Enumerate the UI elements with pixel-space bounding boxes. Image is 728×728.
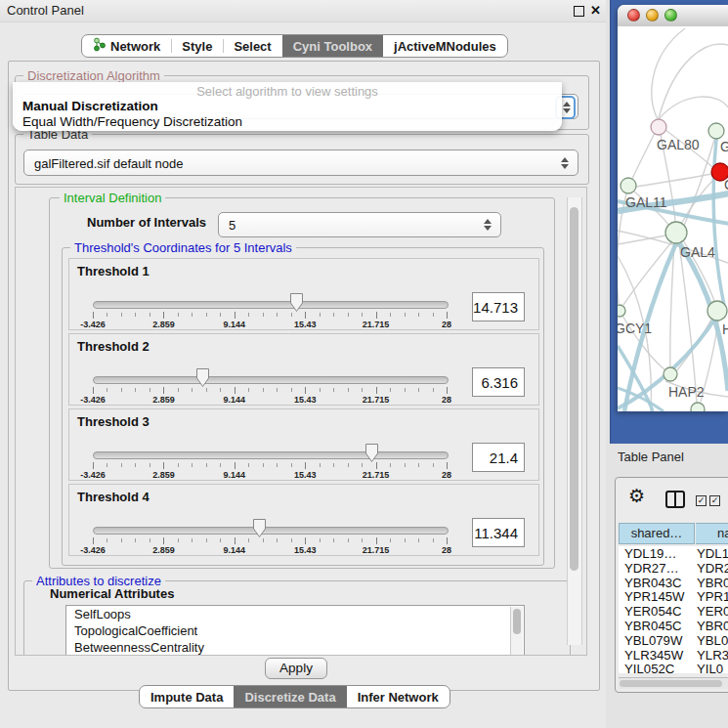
slider-tick bbox=[333, 463, 334, 467]
slider-tick bbox=[107, 313, 107, 317]
combo-value: galFiltered.sif default node bbox=[34, 155, 183, 170]
scrollbar-thumb[interactable] bbox=[513, 609, 521, 634]
float-icon[interactable] bbox=[574, 6, 584, 17]
table-panel-container: ⚙ ✓ ✓ shared… na YDL19…YDL1YDR27…YDR2YBR… bbox=[615, 477, 728, 693]
panel-scrollbar[interactable] bbox=[567, 197, 582, 645]
network-node[interactable] bbox=[707, 301, 727, 321]
table-row[interactable]: YDL19…YDL1 bbox=[619, 546, 728, 561]
slider-tick bbox=[150, 388, 150, 392]
control-panel-titlebar: Control Panel ✕ bbox=[0, 0, 606, 22]
slider-tick bbox=[376, 387, 377, 394]
columns-icon[interactable] bbox=[665, 491, 685, 508]
table-row[interactable]: YDR27…YDR2 bbox=[619, 561, 728, 576]
network-window-titlebar[interactable] bbox=[618, 5, 728, 27]
attribute-item[interactable]: TopologicalCoefficient bbox=[66, 622, 524, 639]
table-rows[interactable]: YDL19…YDL1YDR27…YDR2YBR043CYBR0YPR145WYP… bbox=[619, 546, 728, 673]
slider-tick bbox=[163, 312, 164, 319]
numerical-attributes-list[interactable]: SelfLoopsTopologicalCoefficientBetweenne… bbox=[65, 605, 525, 656]
cell-shared-name: YER054C bbox=[624, 604, 682, 619]
attribute-item[interactable]: SelfLoops bbox=[66, 606, 524, 622]
zoom-traffic-light-icon[interactable] bbox=[664, 9, 677, 21]
slider-track[interactable] bbox=[93, 376, 449, 384]
table-row[interactable]: YIL052CYIL0 bbox=[619, 662, 728, 673]
attribute-item[interactable]: BetweennessCentrality bbox=[66, 639, 524, 656]
close-traffic-light-icon[interactable] bbox=[627, 9, 640, 21]
network-node[interactable] bbox=[708, 123, 724, 139]
network-node[interactable] bbox=[665, 222, 687, 243]
slider-tick-label: 28 bbox=[442, 320, 451, 329]
tab-discretize-data[interactable]: Discretize Data bbox=[234, 686, 346, 707]
cell-shared-name: YBR043C bbox=[624, 576, 682, 590]
bottom-tabbar: Impute Data Discretize Data Infer Networ… bbox=[139, 685, 450, 708]
slider-tick-label: 21.715 bbox=[363, 320, 390, 329]
tab-style[interactable]: Style bbox=[171, 35, 223, 57]
dropdown-item-manual[interactable]: Manual Discretization bbox=[22, 99, 158, 113]
slider-tick bbox=[93, 537, 94, 544]
slider-thumb[interactable] bbox=[290, 293, 303, 312]
network-canvas[interactable]: GAL80GACGAL11GAL4GCY1HHAP2 bbox=[618, 26, 728, 411]
close-icon[interactable]: ✕ bbox=[590, 3, 601, 18]
apply-button[interactable]: Apply bbox=[265, 658, 327, 679]
threshold-label: Threshold 4 bbox=[77, 490, 150, 504]
table-row[interactable]: YLR345WYLR3 bbox=[619, 648, 728, 663]
table-row[interactable]: YBL079WYBL0 bbox=[619, 633, 728, 648]
network-node[interactable] bbox=[621, 178, 636, 193]
group-title: Interval Definition bbox=[60, 191, 165, 205]
network-node[interactable] bbox=[651, 119, 666, 135]
slider-tick bbox=[320, 538, 321, 542]
tab-network[interactable]: Network bbox=[82, 35, 171, 57]
settings-gear-icon[interactable]: ⚙ bbox=[628, 485, 645, 507]
number-of-intervals-combo[interactable]: 5 bbox=[218, 212, 501, 237]
spinner-arrows-icon[interactable] bbox=[484, 218, 492, 232]
threshold-value-field[interactable]: 11.344 bbox=[472, 518, 525, 547]
checkbox-icon[interactable]: ✓ bbox=[709, 495, 720, 506]
cell-name: YLR3 bbox=[697, 648, 728, 663]
network-node[interactable] bbox=[691, 403, 705, 411]
scrollbar-thumb[interactable] bbox=[620, 680, 722, 687]
tab-infer-network[interactable]: Infer Network bbox=[347, 686, 450, 707]
column-header-shared[interactable]: shared… bbox=[619, 523, 695, 544]
slider-track[interactable] bbox=[93, 451, 449, 459]
horizontal-scrollbar[interactable] bbox=[619, 677, 728, 689]
slider-track[interactable] bbox=[93, 527, 449, 535]
slider-tick bbox=[206, 463, 207, 467]
threshold-value-field[interactable]: 14.713 bbox=[472, 292, 525, 321]
slider-thumb[interactable] bbox=[253, 519, 266, 537]
network-canvas-svg: GAL80GACGAL11GAL4GCY1HHAP2 bbox=[618, 26, 728, 411]
table-row[interactable]: YBR045CYBR0 bbox=[619, 619, 728, 633]
threshold-value-field[interactable]: 21.4 bbox=[472, 443, 525, 472]
slider-tick bbox=[192, 538, 193, 542]
slider-tick bbox=[291, 538, 292, 542]
slider-track[interactable] bbox=[93, 301, 449, 309]
slider-tick bbox=[376, 537, 377, 544]
dropdown-item-equal-width[interactable]: Equal Width/Frequency Discretization bbox=[22, 114, 242, 129]
slider-thumb[interactable] bbox=[365, 444, 378, 462]
tab-jactivemnodules[interactable]: jActiveMNodules bbox=[383, 35, 507, 57]
spinner-arrows-icon[interactable] bbox=[561, 156, 570, 170]
table-row[interactable]: YBR043CYBR0 bbox=[619, 576, 728, 590]
slider-thumb[interactable] bbox=[196, 368, 209, 387]
column-header-name[interactable]: na bbox=[696, 523, 728, 544]
threshold-value-field[interactable]: 6.316 bbox=[472, 367, 525, 397]
scrollbar-thumb[interactable] bbox=[570, 207, 578, 571]
minimize-traffic-light-icon[interactable] bbox=[646, 9, 659, 21]
window-title: Control Panel bbox=[7, 3, 84, 18]
cyni-content-panel: Discretization Algorithm Select algorith… bbox=[8, 61, 600, 691]
tab-select[interactable]: Select bbox=[223, 35, 281, 57]
list-scrollbar[interactable] bbox=[510, 607, 523, 656]
slider-tick bbox=[121, 313, 122, 317]
table-row[interactable]: YER054CYER0 bbox=[619, 604, 728, 619]
tab-impute-data[interactable]: Impute Data bbox=[140, 686, 234, 707]
cell-name: YPR1 bbox=[697, 589, 728, 604]
slider-tick bbox=[135, 538, 136, 542]
slider-tick bbox=[150, 538, 150, 542]
slider-tick bbox=[206, 388, 207, 392]
table-data-combo[interactable]: galFiltered.sif default node bbox=[23, 150, 578, 176]
network-node[interactable] bbox=[664, 367, 677, 381]
network-node[interactable] bbox=[618, 305, 625, 317]
tab-cyni-toolbox[interactable]: Cyni Toolbox bbox=[282, 35, 383, 57]
checkbox-icon[interactable]: ✓ bbox=[696, 495, 707, 506]
table-row[interactable]: YPR145WYPR1 bbox=[619, 589, 728, 604]
slider-tick bbox=[405, 463, 406, 467]
slider-tick bbox=[405, 538, 406, 542]
